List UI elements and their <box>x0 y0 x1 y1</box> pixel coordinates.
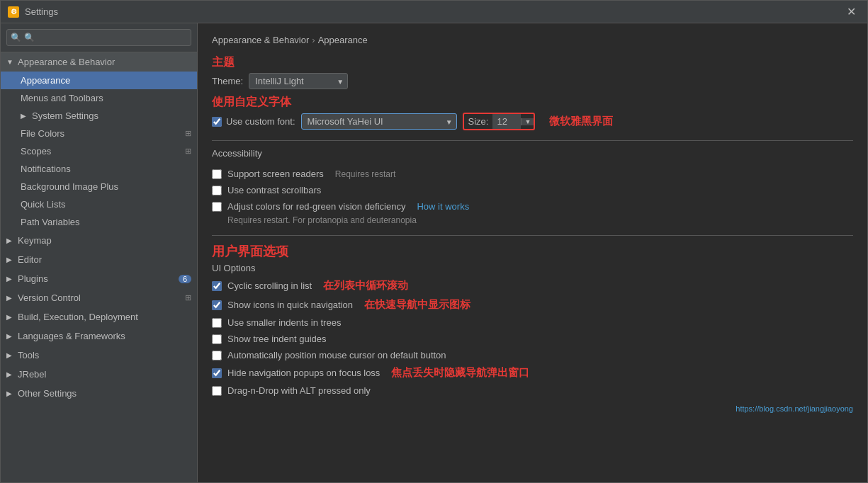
sidebar-group-tools[interactable]: ▶ Tools <box>1 346 197 365</box>
option-row-cyclic-scrolling: Cyclic scrolling in list 在列表中循环滚动 <box>212 276 853 295</box>
color-blind-checkbox[interactable] <box>212 202 222 212</box>
screen-readers-label[interactable]: Support screen readers <box>212 169 324 179</box>
tree-indent-checkbox[interactable] <box>212 334 222 344</box>
expand-arrow-icon: ▼ <box>6 58 15 67</box>
file-icon: ⊞ <box>185 129 191 138</box>
sidebar-item-notifications[interactable]: Notifications <box>1 160 197 178</box>
sidebar-group-other-settings[interactable]: ▶ Other Settings <box>1 384 197 403</box>
cyclic-scrolling-checkbox[interactable] <box>212 281 222 291</box>
search-input[interactable] <box>6 29 191 46</box>
breadcrumb: Appearance & Behavior › Appearance <box>212 35 853 45</box>
hide-nav-popups-checkbox[interactable] <box>212 368 222 378</box>
quick-nav-icons-annotation: 在快速导航中显示图标 <box>364 298 470 312</box>
auto-mouse-checkbox[interactable] <box>212 351 222 360</box>
file-icon-vc: ⊞ <box>185 293 191 302</box>
close-button[interactable]: ✕ <box>842 4 860 20</box>
sidebar-item-scopes[interactable]: Scopes ⊞ <box>1 142 197 160</box>
ui-options-section: 用户界面选项 UI Options Cyclic scrolling in li… <box>212 243 853 413</box>
color-blind-sub-note: Requires restart. For protanopia and deu… <box>212 215 853 225</box>
option-row-smaller-indents: Use smaller indents in trees <box>212 314 853 331</box>
use-custom-font-checkbox-label[interactable]: Use custom font: <box>212 116 295 127</box>
file-icon-scopes: ⊞ <box>185 147 191 156</box>
quick-nav-icons-checkbox[interactable] <box>212 300 222 310</box>
search-wrapper: 🔍 <box>6 29 191 46</box>
sidebar-section-appearance-behavior: ▼ Appearance & Behavior Appearance Menus… <box>1 52 197 231</box>
sidebar-group-appearance-behavior[interactable]: ▼ Appearance & Behavior <box>1 52 197 72</box>
main-panel: Appearance & Behavior › Appearance 主题 Th… <box>198 23 867 482</box>
vc-label: Version Control <box>18 292 81 303</box>
sidebar-group-editor[interactable]: ▶ Editor <box>1 250 197 269</box>
sidebar-item-background-image-plus[interactable]: Background Image Plus <box>1 178 197 195</box>
accessibility-section: Accessibility Support screen readers Req… <box>212 148 853 225</box>
cyclic-scrolling-text: Cyclic scrolling in list <box>227 280 312 291</box>
size-input[interactable] <box>492 114 521 129</box>
sidebar-item-system-settings[interactable]: ▶ System Settings <box>1 107 197 125</box>
arrow-editor-icon: ▶ <box>6 256 15 264</box>
sidebar-item-appearance[interactable]: Appearance <box>1 72 197 89</box>
size-down-button[interactable]: ▼ <box>521 118 534 125</box>
color-blind-label[interactable]: Adjust colors for red-green vision defic… <box>212 201 405 212</box>
theme-row: Theme: IntelliJ Light ▼ <box>212 73 853 89</box>
smaller-indents-label[interactable]: Use smaller indents in trees <box>212 317 341 328</box>
cyclic-scrolling-annotation: 在列表中循环滚动 <box>323 279 408 292</box>
smaller-indents-checkbox[interactable] <box>212 318 222 328</box>
sidebar-group-keymap[interactable]: ▶ Keymap <box>1 231 197 250</box>
main-content: 🔍 ▼ Appearance & Behavior Appearance Men… <box>1 23 867 482</box>
jrebel-label: JRebel <box>18 369 46 380</box>
sidebar-group-jrebel[interactable]: ▶ JRebel <box>1 365 197 384</box>
auto-mouse-label[interactable]: Automatically position mouse cursor on d… <box>212 350 446 360</box>
divider-ui-options <box>212 235 853 236</box>
use-custom-font-checkbox[interactable] <box>212 117 222 127</box>
sidebar-item-path-variables[interactable]: Path Variables <box>1 213 197 231</box>
titlebar: ⚙ Settings ✕ <box>1 1 867 23</box>
divider-accessibility <box>212 140 853 141</box>
how-it-works-link[interactable]: How it works <box>417 201 469 212</box>
size-label: Size: <box>464 115 493 128</box>
cyclic-scrolling-label[interactable]: Cyclic scrolling in list <box>212 280 312 291</box>
build-label: Build, Execution, Deployment <box>18 312 138 322</box>
hide-nav-popups-label[interactable]: Hide navigation popups on focus loss <box>212 368 380 378</box>
ui-options-big-annotation: 用户界面选项 <box>212 243 853 260</box>
quick-nav-icons-label[interactable]: Show icons in quick navigation <box>212 300 353 310</box>
sidebar-item-menus-toolbars[interactable]: Menus and Toolbars <box>1 89 197 107</box>
tree-indent-label[interactable]: Show tree indent guides <box>212 334 326 344</box>
arrow-build-icon: ▶ <box>6 313 15 322</box>
dnd-label[interactable]: Drag-n-Drop with ALT pressed only <box>212 385 371 396</box>
dnd-text: Drag-n-Drop with ALT pressed only <box>227 385 371 396</box>
ui-options-title: UI Options <box>212 263 853 273</box>
sidebar-group-languages[interactable]: ▶ Languages & Frameworks <box>1 326 197 346</box>
breadcrumb-parent: Appearance & Behavior <box>212 35 309 45</box>
watermark: https://blog.csdn.net/jiangjiaoyong <box>212 404 853 413</box>
arrow-other-icon: ▶ <box>6 390 15 398</box>
accessibility-title: Accessibility <box>212 148 853 159</box>
sidebar-group-label: Appearance & Behavior <box>18 57 115 67</box>
lang-label: Languages & Frameworks <box>18 331 125 341</box>
option-row-screen-readers: Support screen readers Requires restart <box>212 166 853 182</box>
contrast-scrollbars-label[interactable]: Use contrast scrollbars <box>212 185 321 195</box>
use-custom-font-label: Use custom font: <box>226 116 295 127</box>
font-select[interactable]: Microsoft YaHei UI <box>301 113 457 130</box>
option-row-color-blind: Adjust colors for red-green vision defic… <box>212 198 853 215</box>
breadcrumb-separator: › <box>312 35 315 45</box>
arrow-vc-icon: ▶ <box>6 294 15 302</box>
sidebar-group-plugins[interactable]: ▶ Plugins 6 <box>1 269 197 288</box>
auto-mouse-text: Automatically position mouse cursor on d… <box>227 350 446 360</box>
editor-label: Editor <box>18 254 42 265</box>
font-sub-annotation: 微软雅黑界面 <box>549 115 613 128</box>
other-settings-label: Other Settings <box>18 388 77 399</box>
font-select-wrapper: Microsoft YaHei UI ▼ <box>301 113 457 130</box>
theme-annotation: 主题 <box>212 55 853 70</box>
theme-select[interactable]: IntelliJ Light <box>249 73 348 89</box>
screen-readers-checkbox[interactable] <box>212 169 222 179</box>
sidebar-item-quick-lists[interactable]: Quick Lists <box>1 195 197 213</box>
sidebar-group-build[interactable]: ▶ Build, Execution, Deployment <box>1 307 197 326</box>
dnd-checkbox[interactable] <box>212 386 222 396</box>
arrow-jrebel-icon: ▶ <box>6 370 15 379</box>
arrow-keymap-icon: ▶ <box>6 237 15 245</box>
theme-label: Theme: <box>212 76 243 86</box>
sidebar-item-file-colors[interactable]: File Colors ⊞ <box>1 125 197 142</box>
sidebar-group-version-control[interactable]: ▶ Version Control ⊞ <box>1 288 197 307</box>
contrast-scrollbars-checkbox[interactable] <box>212 186 222 195</box>
option-row-quick-nav-icons: Show icons in quick navigation 在快速导航中显示图… <box>212 295 853 314</box>
arrow-plugins-icon: ▶ <box>6 275 15 283</box>
